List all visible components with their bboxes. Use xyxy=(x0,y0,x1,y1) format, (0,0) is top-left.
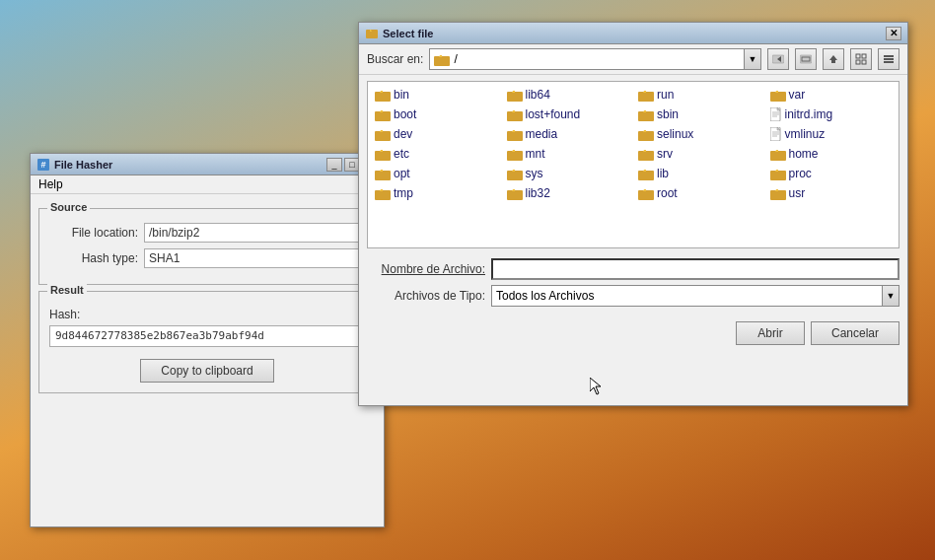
folder-icon xyxy=(770,168,786,180)
svg-rect-12 xyxy=(856,54,860,58)
file-location-row: File location: xyxy=(49,223,365,243)
file-name: bin xyxy=(394,88,409,102)
file-name: sbin xyxy=(657,107,679,121)
help-menu-item[interactable]: Help xyxy=(38,177,63,191)
file-name: opt xyxy=(394,167,410,180)
filetype-value: Todos los Archivos xyxy=(496,289,594,303)
hash-value-display: 9d844672778385e2b867ea3b79abf94d xyxy=(49,325,365,347)
dialog-titlebar-left: Select file xyxy=(365,27,433,40)
list-item[interactable]: boot xyxy=(372,105,500,123)
folder-icon xyxy=(638,89,654,102)
svg-rect-38 xyxy=(375,131,391,141)
hasher-window: # File Hasher _ □ ✕ Help Source File loc… xyxy=(30,153,385,527)
folder-icon xyxy=(375,89,391,102)
list-item[interactable]: lib64 xyxy=(504,86,632,104)
svg-rect-19 xyxy=(375,92,391,102)
list-item[interactable]: media xyxy=(504,125,632,143)
list-item[interactable]: mnt xyxy=(504,145,632,163)
list-item[interactable]: tmp xyxy=(372,184,500,202)
list-item[interactable]: var xyxy=(767,86,896,104)
source-group-label: Source xyxy=(47,201,90,213)
filetype-combo-arrow[interactable]: ▼ xyxy=(882,285,899,307)
list-item[interactable]: sbin xyxy=(635,105,763,123)
svg-rect-2 xyxy=(366,30,378,38)
folder-icon xyxy=(507,187,523,200)
list-item[interactable]: etc xyxy=(372,145,500,163)
folder-icon xyxy=(375,168,391,180)
svg-rect-29 xyxy=(507,111,523,121)
cancel-button[interactable]: Cancelar xyxy=(811,321,899,345)
filename-label: Nombre de Archivo: xyxy=(367,262,485,276)
copy-to-clipboard-button[interactable]: Copy to clipboard xyxy=(140,359,273,383)
hasher-titlebar: # File Hasher _ □ ✕ xyxy=(31,154,384,175)
filetype-combo[interactable]: Todos los Archivos xyxy=(491,285,882,307)
svg-rect-49 xyxy=(375,151,391,161)
svg-rect-18 xyxy=(884,61,894,63)
file-doc-icon xyxy=(770,107,782,121)
open-button[interactable]: Abrir xyxy=(736,321,805,345)
dialog-close-button[interactable]: ✕ xyxy=(886,27,901,40)
location-combo-arrow[interactable]: ▼ xyxy=(744,48,761,70)
hash-type-input[interactable] xyxy=(144,248,365,268)
file-doc-icon xyxy=(770,127,782,141)
grid-view-button[interactable] xyxy=(850,48,872,70)
list-item[interactable]: bin xyxy=(372,86,500,104)
list-item[interactable]: opt xyxy=(372,165,500,182)
hash-label: Hash: xyxy=(49,308,365,321)
result-group-label: Result xyxy=(47,284,87,296)
dialog-toolbar: Buscar en: / ▼ xyxy=(359,44,907,75)
dialog-bottom: Nombre de Archivo: Archivos de Tipo: Tod… xyxy=(359,254,907,315)
list-item[interactable]: vmlinuz xyxy=(767,125,896,143)
svg-rect-53 xyxy=(638,151,654,161)
folder-icon xyxy=(375,148,391,161)
select-file-title: Select file xyxy=(383,28,433,39)
list-item[interactable]: run xyxy=(635,86,763,104)
folder-icon xyxy=(507,148,523,161)
buscar-en-label: Buscar en: xyxy=(367,52,423,66)
file-name: sys xyxy=(526,167,543,180)
list-item[interactable]: dev xyxy=(372,125,500,143)
forward-button[interactable] xyxy=(795,48,817,70)
list-item[interactable]: lib xyxy=(635,165,763,182)
list-item[interactable]: usr xyxy=(767,184,896,202)
filetype-label: Archivos de Tipo: xyxy=(367,289,485,303)
list-item[interactable]: home xyxy=(767,145,896,163)
file-name: etc xyxy=(394,147,409,161)
list-item[interactable]: initrd.img xyxy=(767,105,896,123)
up-button[interactable] xyxy=(823,48,844,70)
file-name: usr xyxy=(789,186,806,200)
list-item[interactable]: lost+found xyxy=(504,105,632,123)
file-location-input[interactable] xyxy=(144,223,365,243)
minimize-button[interactable]: _ xyxy=(326,158,342,172)
list-item[interactable]: proc xyxy=(767,165,896,182)
back-button[interactable] xyxy=(767,48,789,70)
svg-rect-59 xyxy=(507,171,523,180)
file-name: lib64 xyxy=(526,88,550,102)
file-name: media xyxy=(526,127,558,141)
file-name: selinux xyxy=(657,127,693,141)
folder-icon xyxy=(507,128,523,141)
folder-icon xyxy=(638,187,654,200)
list-item[interactable]: sys xyxy=(504,165,632,182)
list-item[interactable]: srv xyxy=(635,145,763,163)
list-view-button[interactable] xyxy=(878,48,899,70)
folder-icon xyxy=(638,148,654,161)
svg-rect-21 xyxy=(507,92,523,102)
dialog-app-icon xyxy=(365,27,379,40)
location-combo-wrap: / ▼ xyxy=(429,48,761,70)
list-item[interactable]: selinux xyxy=(635,125,763,143)
file-browser[interactable]: bin lib64 run var xyxy=(367,81,899,248)
svg-rect-63 xyxy=(770,171,786,180)
list-item[interactable]: root xyxy=(635,184,763,202)
filetype-row: Archivos de Tipo: Todos los Archivos ▼ xyxy=(367,285,899,307)
result-group: Result Hash: 9d844672778385e2b867ea3b79a… xyxy=(38,291,376,393)
filename-input[interactable] xyxy=(491,258,899,280)
filetype-combo-wrap: Todos los Archivos ▼ xyxy=(491,285,899,307)
svg-rect-25 xyxy=(770,92,786,102)
hasher-title: File Hasher xyxy=(54,159,112,171)
list-item[interactable]: lib32 xyxy=(504,184,632,202)
file-location-label: File location: xyxy=(49,226,138,240)
select-file-titlebar: Select file ✕ xyxy=(359,23,907,44)
svg-rect-27 xyxy=(375,111,391,121)
location-combo[interactable]: / xyxy=(429,48,745,70)
